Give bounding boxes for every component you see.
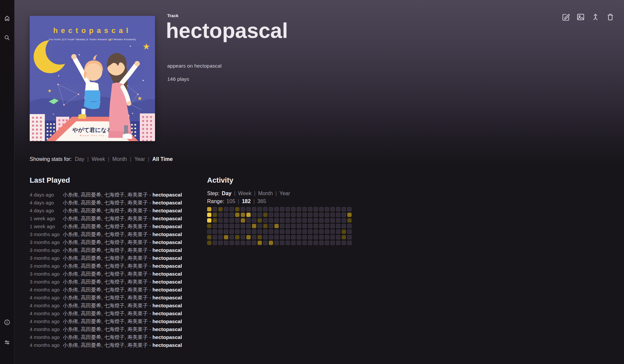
activity-cell[interactable]	[269, 241, 273, 245]
activity-cell[interactable]	[308, 235, 312, 239]
history-track-link[interactable]: hectopascal	[152, 255, 182, 261]
activity-cell[interactable]	[291, 218, 296, 223]
activity-cell[interactable]	[224, 207, 228, 211]
activity-cell[interactable]	[308, 213, 312, 217]
history-track-link[interactable]: hectopascal	[152, 342, 182, 348]
activity-cell[interactable]	[213, 213, 217, 217]
history-artists-link[interactable]: 小糸侑, 高田憂希, 七海燈子, 寿美菜子	[63, 247, 148, 253]
activity-cell[interactable]	[274, 207, 279, 211]
activity-cell[interactable]	[325, 213, 329, 217]
activity-cell[interactable]	[302, 224, 307, 228]
activity-cell[interactable]	[274, 241, 279, 245]
activity-cell[interactable]	[258, 224, 262, 228]
step-option-day[interactable]: Day	[222, 191, 231, 196]
activity-cell[interactable]	[291, 224, 296, 228]
activity-cell[interactable]	[302, 218, 307, 223]
activity-cell[interactable]	[218, 213, 223, 217]
activity-cell[interactable]	[224, 213, 228, 217]
activity-cell[interactable]	[218, 241, 223, 245]
activity-cell[interactable]	[347, 213, 352, 217]
activity-cell[interactable]	[252, 235, 256, 239]
activity-cell[interactable]	[246, 229, 251, 234]
activity-cell[interactable]	[302, 213, 307, 217]
activity-cell[interactable]	[336, 241, 340, 245]
activity-cell[interactable]	[258, 241, 262, 245]
history-artists-link[interactable]: 小糸侑, 高田憂希, 七海燈子, 寿美菜子	[63, 271, 148, 277]
activity-cell[interactable]	[274, 213, 279, 217]
history-track-link[interactable]: hectopascal	[152, 295, 182, 300]
history-track-link[interactable]: hectopascal	[152, 318, 182, 324]
stats-option-month[interactable]: Month	[112, 156, 127, 162]
activity-cell[interactable]	[286, 218, 290, 223]
activity-cell[interactable]	[319, 224, 324, 228]
activity-cell[interactable]	[213, 218, 217, 223]
activity-cell[interactable]	[336, 213, 340, 217]
history-track-link[interactable]: hectopascal	[152, 216, 182, 221]
activity-cell[interactable]	[347, 229, 352, 234]
activity-cell[interactable]	[325, 218, 329, 223]
activity-cell[interactable]	[218, 218, 223, 223]
history-artists-link[interactable]: 小糸侑, 高田憂希, 七海燈子, 寿美菜子	[63, 318, 148, 324]
history-track-link[interactable]: hectopascal	[152, 239, 182, 245]
activity-cell[interactable]	[224, 218, 228, 223]
activity-cell[interactable]	[286, 207, 290, 211]
activity-cell[interactable]	[246, 213, 251, 217]
activity-cell[interactable]	[263, 224, 267, 228]
history-artists-link[interactable]: 小糸侑, 高田憂希, 七海燈子, 寿美菜子	[63, 342, 148, 348]
activity-cell[interactable]	[314, 207, 318, 211]
history-artists-link[interactable]: 小糸侑, 高田憂希, 七海燈子, 寿美菜子	[63, 287, 148, 292]
activity-cell[interactable]	[319, 218, 324, 223]
activity-cell[interactable]	[302, 241, 307, 245]
activity-cell[interactable]	[246, 235, 251, 239]
history-track-link[interactable]: hectopascal	[152, 208, 182, 213]
home-icon[interactable]	[4, 15, 11, 22]
activity-cell[interactable]	[286, 229, 290, 234]
activity-cell[interactable]	[246, 207, 251, 211]
history-track-link[interactable]: hectopascal	[152, 200, 182, 205]
activity-cell[interactable]	[252, 207, 256, 211]
activity-cell[interactable]	[269, 207, 273, 211]
history-artists-link[interactable]: 小糸侑, 高田憂希, 七海燈子, 寿美菜子	[63, 311, 148, 316]
history-artists-link[interactable]: 小糸侑, 高田憂希, 七海燈子, 寿美菜子	[63, 200, 148, 205]
activity-cell[interactable]	[336, 207, 340, 211]
activity-cell[interactable]	[269, 218, 273, 223]
activity-cell[interactable]	[207, 235, 211, 239]
activity-cell[interactable]	[269, 213, 273, 217]
activity-cell[interactable]	[207, 207, 211, 211]
activity-cell[interactable]	[241, 229, 245, 234]
activity-cell[interactable]	[252, 218, 256, 223]
stats-option-year[interactable]: Year	[134, 156, 145, 162]
history-artists-link[interactable]: 小糸侑, 高田憂希, 七海燈子, 寿美菜子	[63, 255, 148, 261]
activity-cell[interactable]	[263, 207, 267, 211]
activity-cell[interactable]	[263, 229, 267, 234]
activity-cell[interactable]	[258, 213, 262, 217]
activity-cell[interactable]	[269, 229, 273, 234]
history-artists-link[interactable]: 小糸侑, 高田憂希, 七海燈子, 寿美菜子	[63, 263, 148, 269]
activity-cell[interactable]	[235, 229, 239, 234]
activity-cell[interactable]	[291, 207, 296, 211]
history-artists-link[interactable]: 小糸侑, 高田憂希, 七海燈子, 寿美菜子	[63, 326, 148, 332]
activity-cell[interactable]	[235, 207, 239, 211]
activity-cell[interactable]	[274, 218, 279, 223]
range-option-365[interactable]: 365	[257, 198, 266, 204]
activity-cell[interactable]	[330, 218, 335, 223]
activity-cell[interactable]	[274, 229, 279, 234]
activity-cell[interactable]	[286, 241, 290, 245]
range-option-105[interactable]: 105	[227, 198, 235, 204]
activity-cell[interactable]	[213, 229, 217, 234]
history-artists-link[interactable]: 小糸侑, 高田憂希, 七海燈子, 寿美菜子	[63, 216, 148, 221]
activity-cell[interactable]	[297, 229, 301, 234]
history-artists-link[interactable]: 小糸侑, 高田憂希, 七海燈子, 寿美菜子	[63, 231, 148, 237]
stats-option-day[interactable]: Day	[75, 156, 84, 162]
activity-cell[interactable]	[207, 229, 211, 234]
activity-cell[interactable]	[235, 235, 239, 239]
activity-cell[interactable]	[274, 224, 279, 228]
activity-cell[interactable]	[224, 229, 228, 234]
activity-cell[interactable]	[319, 213, 324, 217]
activity-cell[interactable]	[252, 241, 256, 245]
activity-cell[interactable]	[246, 218, 251, 223]
activity-cell[interactable]	[342, 241, 346, 245]
activity-cell[interactable]	[241, 207, 245, 211]
activity-cell[interactable]	[325, 229, 329, 234]
activity-cell[interactable]	[263, 241, 267, 245]
